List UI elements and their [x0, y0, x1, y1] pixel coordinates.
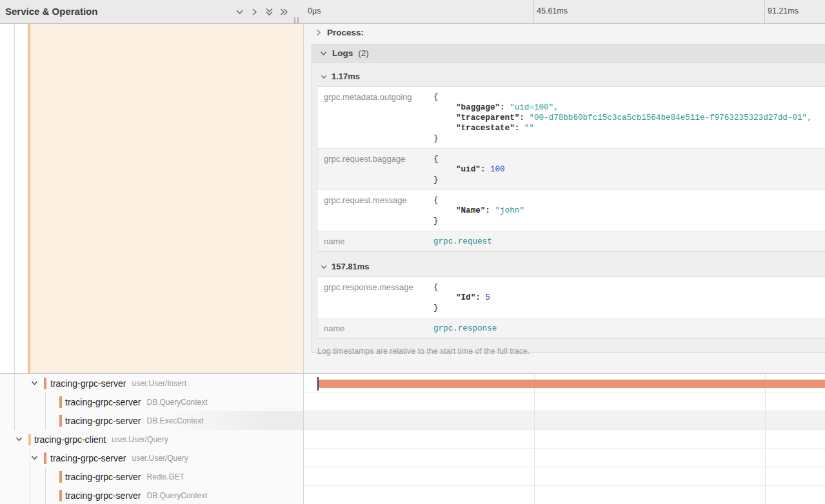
logs-title: Logs [332, 48, 353, 58]
span-rows: tracing-grpc-serveruser.User/Insert trac… [0, 374, 825, 504]
indent-guide [30, 467, 30, 486]
indent-guide [45, 467, 46, 486]
span-detail-tint [30, 24, 303, 374]
service-name: tracing-grpc-client [34, 434, 106, 445]
service-color-bar [44, 452, 46, 464]
span-row[interactable]: tracing-grpc-serveruser.User/Query [0, 449, 825, 467]
service-color-bar [59, 415, 62, 427]
chevron-down-icon [321, 73, 327, 80]
column-resizer-grip[interactable] [294, 17, 299, 24]
timeline-gridline [534, 374, 535, 504]
log-fields-table: grpc.response.message { "Id": 5 } name g… [317, 276, 825, 339]
span-collapse-chevron-icon[interactable] [31, 380, 38, 387]
span-row[interactable]: tracing-grpc-serverDB.QueryContext [0, 486, 825, 504]
span-row[interactable]: tracing-grpc-clientuser.User/Query [0, 430, 825, 449]
expand-one-icon[interactable] [250, 7, 259, 17]
log-timestamp: 157.81ms [332, 262, 370, 271]
ruler-gridline [533, 0, 534, 23]
indent-guide [30, 486, 30, 504]
ruler-tick-1: 45.61ms [537, 6, 568, 15]
table-row: name grpc.request [317, 231, 825, 251]
service-color-bar [59, 490, 62, 501]
field-key: grpc.request.message [317, 190, 427, 231]
detail-row-border [0, 373, 825, 374]
field-value: { "uid": 100 } [427, 149, 825, 189]
chevron-right-icon [315, 29, 322, 36]
service-color-bar [59, 471, 62, 483]
span-detail-panel: Process: Logs (2) 1.17ms grpc.metadata.o… [304, 24, 825, 373]
log-marker-tick[interactable] [317, 377, 319, 391]
service-name: tracing-grpc-server [65, 397, 141, 407]
indent-guide [14, 374, 15, 393]
chevron-down-icon [320, 50, 327, 57]
span-detail-row-indent [0, 24, 303, 374]
operation-name: user.User/Query [132, 454, 188, 463]
timeline-ruler: 0µs 45.61ms 91.21ms [303, 0, 825, 24]
operation-name: DB.ExecContext [146, 416, 203, 425]
service-name: tracing-grpc-server [65, 472, 141, 482]
timeline-gridline [765, 374, 766, 504]
service-name: tracing-grpc-server [50, 453, 126, 463]
collapse-one-icon[interactable] [235, 7, 244, 17]
indent-guide [14, 24, 15, 374]
logs-accordian: Logs (2) 1.17ms grpc.metadata.outgoing {… [312, 44, 825, 353]
column-divider[interactable] [303, 24, 304, 504]
log-entry-toggle[interactable]: 1.17ms [317, 72, 825, 81]
process-accordian-toggle[interactable]: Process: [315, 28, 364, 37]
process-label: Process: [327, 28, 364, 37]
expand-all-icon[interactable] [279, 7, 289, 17]
field-key: grpc.response.message [317, 277, 427, 318]
field-key: name [317, 231, 427, 251]
chevron-down-icon [321, 264, 327, 270]
indent-guide [45, 411, 46, 430]
field-value: { "baggage": "uid=100", "traceparent": "… [427, 87, 825, 148]
ruler-tick-0: 0µs [308, 6, 321, 15]
log-entry-toggle[interactable]: 157.81ms [317, 262, 825, 271]
logs-footnote: Log timestamps are relative to the start… [317, 347, 825, 356]
logs-accordian-toggle[interactable]: Logs (2) [312, 44, 825, 63]
field-value: { "Id": 5 } [427, 277, 825, 318]
table-row: grpc.request.baggage { "uid": 100 } [317, 148, 825, 189]
field-value: { "Name": "john" } [427, 190, 825, 231]
span-row[interactable]: tracing-grpc-serverDB.ExecContext [0, 411, 825, 430]
operation-name: DB.QueryContext [146, 491, 207, 500]
indent-guide [45, 393, 46, 411]
field-key: grpc.metadata.outgoing [317, 87, 427, 148]
field-value: grpc.request [427, 231, 825, 251]
operation-name: user.User/Insert [132, 379, 186, 388]
table-row: grpc.response.message { "Id": 5 } [317, 277, 825, 318]
span-row[interactable]: tracing-grpc-serveruser.User/Insert [0, 374, 825, 393]
indent-guide [45, 486, 46, 504]
trace-timeline-view: Service & Operation 0µs 45.61ms 91.21ms … [0, 0, 825, 504]
service-operation-title: Service & Operation [5, 0, 97, 23]
operation-name: DB.QueryContext [146, 398, 207, 407]
field-value: grpc.response [427, 318, 825, 338]
span-row[interactable]: tracing-grpc-serverRedis.GET [0, 467, 825, 486]
indent-guide [14, 393, 15, 411]
ruler-tick-2: 91.21ms [768, 6, 799, 15]
log-timestamp: 1.17ms [332, 72, 360, 81]
log-fields-table: grpc.metadata.outgoing { "baggage": "uid… [317, 86, 825, 252]
logs-body: 1.17ms grpc.metadata.outgoing { "baggage… [312, 63, 825, 356]
field-key: grpc.request.baggage [317, 149, 427, 189]
service-name: tracing-grpc-server [65, 490, 141, 501]
operation-name: Redis.GET [146, 472, 184, 481]
service-name: tracing-grpc-server [50, 378, 126, 389]
indent-guide [14, 411, 15, 430]
span-tree-header: Service & Operation [0, 0, 303, 24]
field-key: name [317, 318, 427, 338]
indent-guide [30, 449, 30, 467]
service-name: tracing-grpc-server [65, 416, 141, 426]
service-color-bar [28, 434, 31, 445]
ruler-gridline [764, 0, 765, 23]
service-color-bar [59, 396, 62, 408]
logs-count: (2) [358, 48, 369, 58]
span-collapse-chevron-icon[interactable] [31, 454, 38, 461]
span-collapse-chevron-icon[interactable] [15, 436, 23, 443]
span-row[interactable]: tracing-grpc-serverDB.QueryContext [0, 393, 825, 411]
table-row: name grpc.response [317, 318, 825, 338]
table-row: grpc.request.message { "Name": "john" } [317, 189, 825, 231]
collapse-all-icon[interactable] [264, 7, 274, 17]
table-row: grpc.metadata.outgoing { "baggage": "uid… [317, 87, 825, 148]
span-duration-bar[interactable] [319, 380, 825, 388]
